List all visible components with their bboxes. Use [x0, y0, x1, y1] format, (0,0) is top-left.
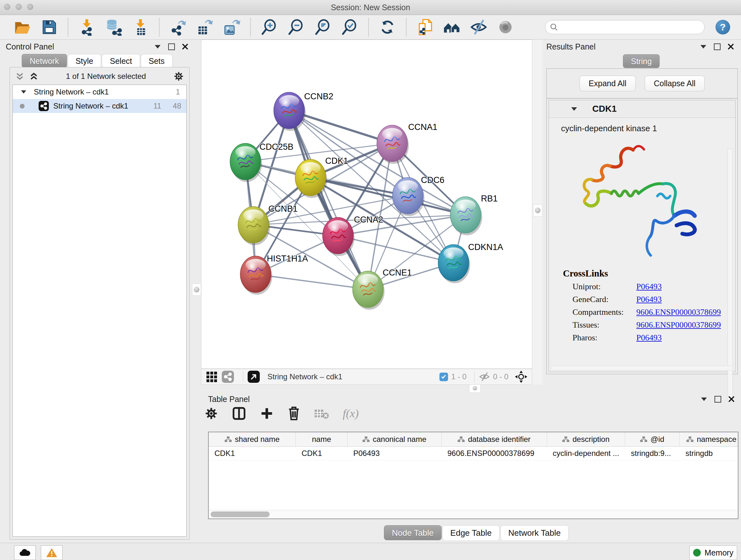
tab-style[interactable]: Style — [68, 54, 102, 68]
column-header-name[interactable]: name — [296, 432, 347, 446]
expand-all-icon[interactable] — [29, 71, 39, 81]
network-node-CDK1[interactable]: CDK1 — [295, 156, 348, 198]
selected-nodes-checkbox[interactable] — [440, 373, 448, 381]
search-box[interactable] — [545, 20, 704, 34]
panel-close-icon[interactable] — [182, 44, 188, 50]
tab-sets[interactable]: Sets — [141, 54, 173, 68]
panel-menu-icon[interactable] — [155, 45, 160, 49]
network-node-RB1[interactable]: RB1 — [450, 194, 498, 235]
hidden-count: 0 - 0 — [493, 372, 509, 381]
crosslink-link[interactable]: P06493 — [636, 333, 662, 343]
network-edge[interactable] — [256, 274, 368, 289]
open-session-icon[interactable] — [13, 18, 31, 36]
gear-icon[interactable] — [173, 71, 184, 82]
network-node-CCNE1[interactable]: CCNE1 — [353, 268, 412, 310]
table-cell[interactable]: P06493 — [347, 447, 442, 460]
column-header-canonical-name[interactable]: canonical name — [347, 432, 442, 446]
show-all-icon[interactable] — [496, 18, 515, 36]
memory-button[interactable]: Memory — [689, 545, 737, 560]
network-share-icon[interactable] — [222, 371, 234, 383]
trash-icon[interactable] — [287, 406, 300, 421]
save-session-icon[interactable] — [40, 18, 58, 36]
column-header-shared-name[interactable]: shared name — [209, 432, 296, 446]
hidden-eye-icon[interactable] — [479, 372, 490, 381]
crosslink-link[interactable]: 9606.ENSP00000378699 — [636, 307, 721, 317]
column-header-id[interactable]: @id — [625, 432, 680, 446]
table-cell[interactable]: stringdb — [680, 447, 738, 460]
import-network-icon[interactable] — [78, 18, 96, 36]
tab-node-table[interactable]: Node Table — [384, 525, 442, 540]
network-node-CCNB2[interactable]: CCNB2 — [274, 91, 333, 131]
results-vertical-scrollbar[interactable] — [728, 149, 733, 401]
crosslink-link[interactable]: P06493 — [636, 295, 662, 304]
panel-close-icon[interactable] — [728, 44, 734, 50]
hide-selected-icon[interactable] — [470, 18, 488, 36]
birds-eye-toggle-icon[interactable] — [515, 370, 528, 383]
table-cell[interactable]: CDK1 — [209, 447, 296, 460]
import-table-icon[interactable] — [131, 18, 149, 36]
copy-style-icon[interactable] — [416, 18, 434, 36]
collapse-all-icon[interactable] — [15, 71, 24, 81]
network-node-CCNB1[interactable]: CCNB1 — [238, 204, 298, 245]
network-node-CDC25B[interactable]: CDC25B — [230, 142, 293, 182]
tree-row-collection[interactable]: String Network – cdk11 — [13, 85, 186, 99]
table-cell[interactable]: CDK1 — [296, 447, 347, 460]
column-header-namespace[interactable]: namespace — [680, 432, 738, 446]
panel-menu-icon[interactable] — [701, 397, 707, 401]
network-edge[interactable] — [338, 236, 454, 263]
collapse-all-button[interactable]: Collapse All — [645, 76, 705, 91]
cloud-button[interactable] — [14, 545, 36, 560]
grid-view-icon[interactable] — [206, 371, 217, 382]
network-canvas[interactable]: CCNB2CCNA1CDC25BCDK1CDC6RB1CCNB1CCNA2CDK… — [201, 40, 532, 369]
open-in-new-window-icon[interactable] — [248, 371, 260, 383]
import-network-database-icon[interactable] — [105, 18, 123, 36]
table-cell[interactable]: cyclin-dependent ... — [547, 447, 625, 460]
section-collapse-icon[interactable] — [571, 107, 577, 111]
tab-network[interactable]: Network — [22, 54, 67, 68]
table-cell[interactable]: stringdb:9... — [625, 447, 680, 460]
vertical-splitter-right[interactable] — [532, 40, 542, 392]
network-node-CDKN1A[interactable]: CDKN1A — [438, 242, 503, 283]
panel-float-icon[interactable] — [714, 44, 721, 50]
tree-row-network[interactable]: String Network – cdk11148 — [13, 99, 186, 113]
table-cell[interactable]: 9606.ENSP00000378699 — [442, 447, 547, 460]
node-section-header[interactable]: CDK1 — [549, 100, 735, 118]
columns-icon[interactable] — [232, 406, 246, 421]
vertical-splitter-left[interactable] — [192, 40, 201, 543]
warning-button[interactable] — [41, 545, 63, 560]
tree-expand-icon[interactable] — [21, 90, 26, 94]
search-input[interactable] — [558, 23, 700, 32]
gear-icon[interactable] — [204, 407, 218, 421]
column-header-description[interactable]: description — [547, 432, 625, 446]
tab-select[interactable]: Select — [102, 54, 140, 68]
table-horizontal-scrollbar[interactable] — [209, 510, 738, 518]
tab-edge-table[interactable]: Edge Table — [442, 525, 500, 540]
network-node-HIST1H1A[interactable]: HIST1H1A — [240, 254, 308, 295]
results-horizontal-scrollbar[interactable] — [551, 366, 733, 370]
network-node-CDC6[interactable]: CDC6 — [393, 175, 445, 216]
results-panel-header: Results Panel — [546, 40, 737, 54]
control-panel-title: Control Panel — [6, 42, 54, 51]
help-icon[interactable]: ? — [716, 20, 730, 35]
panel-float-icon[interactable] — [715, 396, 721, 402]
tab-network-table[interactable]: Network Table — [500, 525, 569, 540]
crosslink-link[interactable]: P06493 — [636, 282, 662, 292]
panel-float-icon[interactable] — [168, 44, 175, 50]
crosslink-link[interactable]: 9606.ENSP00000378699 — [636, 320, 721, 330]
zoom-out-icon[interactable] — [287, 18, 305, 36]
export-image-icon[interactable] — [223, 18, 241, 36]
tab-string[interactable]: String — [623, 54, 660, 68]
panel-menu-icon[interactable] — [700, 45, 706, 49]
expand-all-button[interactable]: Expand All — [580, 76, 636, 91]
panel-close-icon[interactable] — [728, 396, 735, 402]
refresh-icon[interactable] — [379, 18, 396, 36]
zoom-in-icon[interactable] — [260, 18, 278, 36]
column-header-database-identifier[interactable]: database identifier — [442, 432, 547, 446]
zoom-selected-icon[interactable] — [341, 18, 359, 36]
export-table-icon[interactable] — [196, 18, 214, 36]
zoom-fit-icon[interactable] — [314, 18, 332, 36]
export-network-icon[interactable] — [169, 18, 187, 36]
first-neighbors-icon[interactable] — [443, 18, 461, 36]
table-row[interactable]: CDK1CDK1P064939606.ENSP00000378699cyclin… — [209, 447, 738, 460]
add-column-icon[interactable] — [260, 407, 274, 421]
